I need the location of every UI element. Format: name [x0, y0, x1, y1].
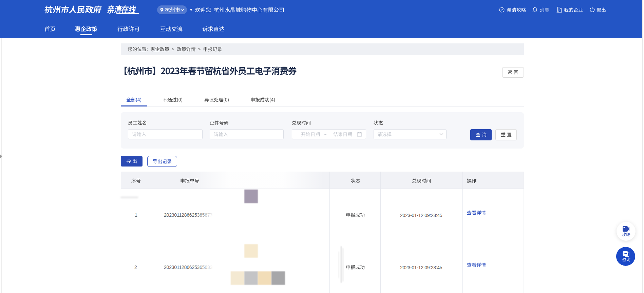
svg-text:?: ? [501, 8, 503, 12]
